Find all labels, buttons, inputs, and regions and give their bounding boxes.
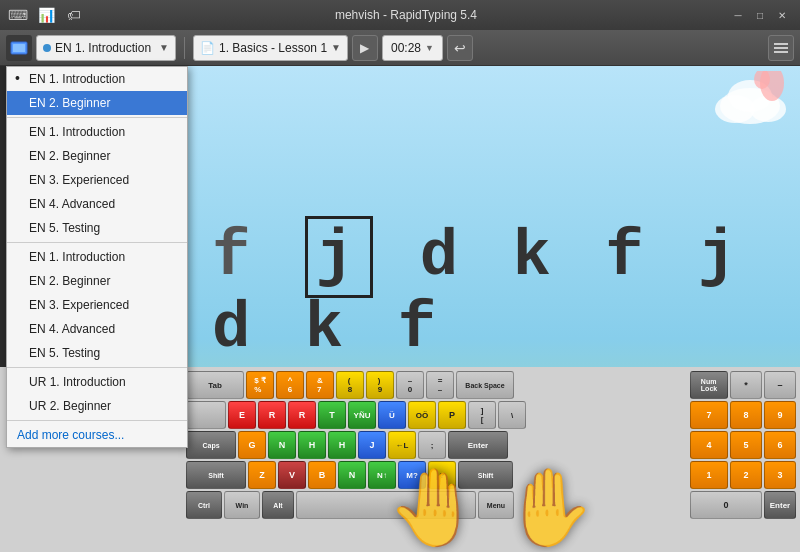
key-t[interactable]: T — [318, 401, 346, 429]
toolbar-divider-1 — [184, 37, 185, 59]
numpad-8[interactable]: 8 — [730, 401, 762, 429]
key-bracket[interactable]: ][ — [468, 401, 496, 429]
key-enter[interactable]: Enter — [448, 431, 508, 459]
menu-button[interactable] — [768, 35, 794, 61]
numpad-7[interactable]: 7 — [690, 401, 728, 429]
lesson-selector[interactable]: 📄 1. Basics - Lesson 1 ▼ — [193, 35, 348, 61]
key-h2[interactable]: H — [328, 431, 356, 459]
key-8[interactable]: (8 — [336, 371, 364, 399]
key-c[interactable]: B — [308, 461, 336, 489]
menu-separator-4 — [7, 420, 187, 421]
menu-item-14[interactable]: UR 2. Beginner — [7, 394, 187, 418]
numpad-minus[interactable]: – — [764, 371, 796, 399]
key-j[interactable]: J — [358, 431, 386, 459]
key-b[interactable]: N↑ — [368, 461, 396, 489]
svg-rect-3 — [774, 47, 788, 49]
keyboard-row-qwerty: E R R T YÑU Ü OÖ P ][ \ — [186, 401, 666, 429]
key-comma[interactable]: ? — [428, 461, 456, 489]
key-amp[interactable]: &7 — [306, 371, 334, 399]
key-n[interactable]: N — [268, 431, 296, 459]
key-oo[interactable]: OÖ — [408, 401, 436, 429]
numpad-6[interactable]: 6 — [764, 431, 796, 459]
key-r[interactable]: R — [258, 401, 286, 429]
key-g[interactable]: G — [238, 431, 266, 459]
minimize-button[interactable]: ─ — [728, 6, 748, 24]
numpad-4[interactable]: 4 — [690, 431, 728, 459]
undo-icon: ↩ — [454, 40, 466, 56]
key-space[interactable] — [296, 491, 476, 519]
menu-item-6[interactable]: EN 4. Advanced — [7, 192, 187, 216]
numpad-enter[interactable]: Enter — [764, 491, 796, 519]
toolbar-right — [768, 35, 794, 61]
key-menu[interactable]: Menu — [478, 491, 514, 519]
numpad-3[interactable]: 3 — [764, 461, 796, 489]
char-d1: d — [420, 221, 466, 293]
key-caret[interactable]: ^6 — [276, 371, 304, 399]
chart-icon[interactable]: 📊 — [36, 5, 56, 25]
tag-icon[interactable]: 🏷 — [64, 5, 84, 25]
keyboard-row-asdf: Caps G N H H J ←L ; Enter — [186, 431, 666, 459]
course-selector[interactable]: EN 1. Introduction ▼ — [36, 35, 176, 61]
menu-separator-2 — [7, 242, 187, 243]
add-more-courses-button[interactable]: Add more courses... — [7, 423, 187, 447]
key-u[interactable]: Ü — [378, 401, 406, 429]
key-win[interactable]: Win — [224, 491, 260, 519]
key-p[interactable]: P — [438, 401, 466, 429]
menu-item-11[interactable]: EN 4. Advanced — [7, 317, 187, 341]
timer-display[interactable]: 00:28 ▼ — [382, 35, 443, 61]
key-z[interactable]: Z — [248, 461, 276, 489]
menu-item-9[interactable]: EN 2. Beginner — [7, 269, 187, 293]
undo-button[interactable]: ↩ — [447, 35, 473, 61]
numpad-1[interactable]: 1 — [690, 461, 728, 489]
key-x[interactable]: V — [278, 461, 306, 489]
key-9[interactable]: )9 — [366, 371, 394, 399]
numpad-numlock[interactable]: NumLock — [690, 371, 728, 399]
key-shift-left[interactable]: Shift — [186, 461, 246, 489]
numpad-2[interactable]: 2 — [730, 461, 762, 489]
key-n2[interactable]: M? — [398, 461, 426, 489]
menu-item-2[interactable]: EN 2. Beginner — [7, 91, 187, 115]
menu-item-1[interactable]: EN 1. Introduction — [7, 67, 187, 91]
key-v[interactable]: N — [338, 461, 366, 489]
course-label: EN 1. Introduction — [55, 41, 151, 55]
menu-item-13[interactable]: UR 1. Introduction — [7, 370, 187, 394]
play-button[interactable]: ▶ — [352, 35, 378, 61]
numpad-5[interactable]: 5 — [730, 431, 762, 459]
key-shift-right[interactable]: Shift — [458, 461, 513, 489]
key-capslock[interactable]: Caps — [186, 431, 236, 459]
cloud-decoration — [700, 71, 790, 130]
key-tab2[interactable] — [186, 401, 226, 429]
key-semi[interactable]: ; — [418, 431, 446, 459]
key-r2[interactable]: R — [288, 401, 316, 429]
menu-item-7[interactable]: EN 5. Testing — [7, 216, 187, 240]
lesson-label: 1. Basics - Lesson 1 — [219, 41, 327, 55]
key-tab[interactable]: Tab — [186, 371, 244, 399]
key-h[interactable]: H — [298, 431, 326, 459]
menu-item-3[interactable]: EN 1. Introduction — [7, 120, 187, 144]
svg-rect-1 — [13, 44, 25, 52]
key-ynu[interactable]: YÑU — [348, 401, 376, 429]
keyboard-row-bottom: Ctrl Win Alt Menu — [186, 491, 666, 519]
key-minus[interactable]: =– — [426, 371, 454, 399]
maximize-button[interactable]: □ — [750, 6, 770, 24]
key-dollar[interactable]: $ ₹% — [246, 371, 274, 399]
numpad-9[interactable]: 9 — [764, 401, 796, 429]
key-bs[interactable]: Back Space — [456, 371, 514, 399]
key-0[interactable]: –0 — [396, 371, 424, 399]
key-ctrl-left[interactable]: Ctrl — [186, 491, 222, 519]
menu-item-4[interactable]: EN 2. Beginner — [7, 144, 187, 168]
key-l[interactable]: ←L — [388, 431, 416, 459]
course-dropdown-menu[interactable]: EN 1. Introduction EN 2. Beginner EN 1. … — [6, 66, 188, 448]
numpad-star[interactable]: * — [730, 371, 762, 399]
numpad-0[interactable]: 0 — [690, 491, 762, 519]
menu-item-10[interactable]: EN 3. Experienced — [7, 293, 187, 317]
menu-item-8[interactable]: EN 1. Introduction — [7, 245, 187, 269]
menu-item-12[interactable]: EN 5. Testing — [7, 341, 187, 365]
key-alt-left[interactable]: Alt — [262, 491, 294, 519]
toolbar: EN 1. Introduction ▼ 📄 1. Basics - Lesso… — [0, 30, 800, 66]
key-backslash[interactable]: \ — [498, 401, 526, 429]
key-e[interactable]: E — [228, 401, 256, 429]
menu-item-5[interactable]: EN 3. Experienced — [7, 168, 187, 192]
close-button[interactable]: ✕ — [772, 6, 792, 24]
char-k2: k — [305, 293, 351, 365]
